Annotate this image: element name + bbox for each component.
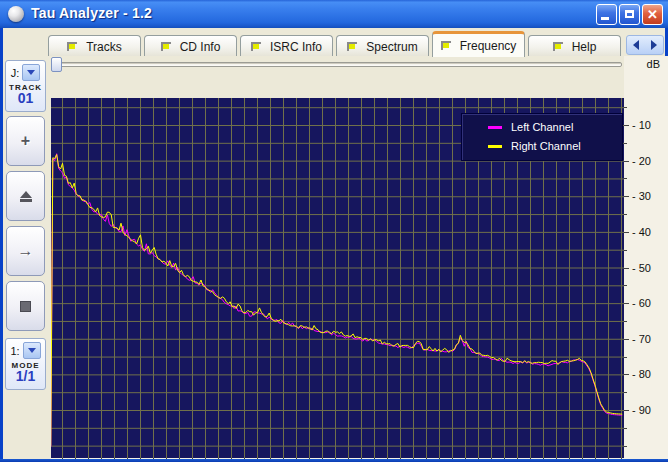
mode-panel: 1: MODE 1/1 bbox=[5, 338, 46, 390]
y-axis-label: - 80 bbox=[632, 368, 651, 380]
y-axis-label: - 50 bbox=[632, 262, 651, 274]
sidebar: J: TRACK 01 + → 1: MODE 1/1 bbox=[4, 58, 48, 458]
add-button[interactable]: + bbox=[6, 116, 45, 166]
mode-select[interactable]: 1: bbox=[6, 339, 45, 359]
stop-icon bbox=[20, 301, 31, 312]
tab-label: Frequency bbox=[460, 39, 517, 53]
plot-area: Left ChannelRight Channel bbox=[51, 98, 624, 458]
slider-track[interactable] bbox=[54, 62, 622, 67]
y-minor-tick bbox=[624, 250, 627, 251]
app-icon bbox=[8, 6, 24, 22]
tab-frequency[interactable]: Frequency bbox=[432, 31, 525, 57]
legend-item: Right Channel bbox=[488, 140, 622, 152]
tab-label: Spectrum bbox=[366, 40, 417, 54]
y-axis-label: - 10 bbox=[632, 119, 651, 131]
arrow-right-icon: → bbox=[18, 242, 34, 260]
window-title: Tau Analyzer - 1.2 bbox=[31, 5, 152, 21]
y-axis-label: - 30 bbox=[632, 190, 651, 202]
series-left-channel bbox=[51, 154, 622, 447]
legend-label: Left Channel bbox=[511, 121, 573, 133]
tab-label: CD Info bbox=[180, 40, 221, 54]
y-minor-tick bbox=[624, 107, 627, 108]
minimize-icon bbox=[601, 17, 609, 20]
y-axis-label: - 20 bbox=[632, 155, 651, 167]
legend: Left ChannelRight Channel bbox=[461, 113, 623, 161]
y-axis: dB - 10- 20- 30- 40- 50- 60- 70- 80- 90 bbox=[624, 56, 668, 462]
track-number: 01 bbox=[6, 92, 45, 105]
y-minor-tick bbox=[624, 446, 627, 447]
flag-icon bbox=[161, 42, 171, 51]
tab-isrc-info[interactable]: ISRC Info bbox=[240, 35, 333, 57]
client-area: TracksCD InfoISRC InfoSpectrumFrequencyH… bbox=[3, 28, 665, 459]
tab-label: Tracks bbox=[86, 40, 122, 54]
slider-thumb[interactable] bbox=[51, 57, 62, 72]
mode-select-dropdown-button[interactable] bbox=[23, 342, 41, 359]
y-axis-label: - 60 bbox=[632, 297, 651, 309]
close-icon: ✕ bbox=[647, 7, 658, 22]
legend-swatch bbox=[488, 126, 502, 129]
maximize-button[interactable] bbox=[619, 4, 640, 25]
chevron-down-icon bbox=[28, 348, 36, 353]
y-minor-tick bbox=[624, 285, 627, 286]
flag-icon bbox=[347, 42, 357, 51]
flag-icon bbox=[251, 42, 261, 51]
y-minor-tick bbox=[624, 392, 627, 393]
y-minor-tick bbox=[624, 321, 627, 322]
chevron-right-icon bbox=[651, 40, 657, 50]
titlebar[interactable]: Tau Analyzer - 1.2 ✕ bbox=[0, 0, 668, 28]
tab-label: ISRC Info bbox=[270, 40, 322, 54]
y-major-tick bbox=[624, 303, 629, 304]
position-slider bbox=[48, 56, 668, 70]
mode-value: 1/1 bbox=[6, 370, 45, 383]
legend-swatch bbox=[488, 145, 502, 148]
y-axis-label: - 70 bbox=[632, 333, 651, 345]
y-major-tick bbox=[624, 339, 629, 340]
mode-select-value: 1: bbox=[10, 345, 19, 357]
y-major-tick bbox=[624, 268, 629, 269]
y-axis-label: - 90 bbox=[632, 404, 651, 416]
app-window: Tau Analyzer - 1.2 ✕ TracksCD InfoISRC I… bbox=[0, 0, 668, 462]
minimize-button[interactable] bbox=[596, 4, 617, 25]
tab-scroller bbox=[626, 35, 664, 55]
tab-label: Help bbox=[572, 40, 597, 54]
y-major-tick bbox=[624, 232, 629, 233]
eject-button[interactable] bbox=[6, 171, 45, 221]
flag-icon bbox=[441, 41, 451, 50]
y-minor-tick bbox=[624, 143, 627, 144]
legend-label: Right Channel bbox=[511, 140, 581, 152]
drive-select-value: J: bbox=[11, 67, 20, 79]
tab-scroll-right-button[interactable] bbox=[645, 36, 663, 54]
y-minor-tick bbox=[624, 214, 627, 215]
plus-icon: + bbox=[21, 132, 30, 150]
drive-select-dropdown-button[interactable] bbox=[22, 64, 40, 81]
next-button[interactable]: → bbox=[6, 226, 45, 276]
tab-help[interactable]: Help bbox=[528, 35, 621, 57]
y-axis-unit: dB bbox=[647, 58, 660, 70]
y-major-tick bbox=[624, 410, 629, 411]
legend-item: Left Channel bbox=[488, 121, 622, 133]
y-major-tick bbox=[624, 374, 629, 375]
y-major-tick bbox=[624, 196, 629, 197]
y-major-tick bbox=[624, 161, 629, 162]
tab-strip: TracksCD InfoISRC InfoSpectrumFrequencyH… bbox=[48, 30, 628, 57]
drive-select[interactable]: J: bbox=[6, 61, 45, 81]
chevron-left-icon bbox=[633, 40, 639, 50]
y-minor-tick bbox=[624, 428, 627, 429]
flag-icon bbox=[67, 42, 77, 51]
series-right-channel bbox=[51, 155, 622, 446]
frequency-chart: Left ChannelRight Channel dB - 10- 20- 3… bbox=[48, 56, 668, 462]
eject-icon bbox=[20, 191, 32, 202]
chevron-down-icon bbox=[27, 70, 35, 75]
y-major-tick bbox=[624, 125, 629, 126]
tab-cd-info[interactable]: CD Info bbox=[144, 35, 237, 57]
drive-panel: J: TRACK 01 bbox=[5, 60, 46, 112]
tab-spectrum[interactable]: Spectrum bbox=[336, 35, 429, 57]
stop-button[interactable] bbox=[6, 281, 45, 331]
flag-icon bbox=[553, 42, 563, 51]
close-button[interactable]: ✕ bbox=[642, 4, 663, 25]
y-axis-label: - 40 bbox=[632, 226, 651, 238]
y-minor-tick bbox=[624, 178, 627, 179]
y-minor-tick bbox=[624, 357, 627, 358]
tab-scroll-left-button[interactable] bbox=[627, 36, 645, 54]
tab-tracks[interactable]: Tracks bbox=[48, 35, 141, 57]
